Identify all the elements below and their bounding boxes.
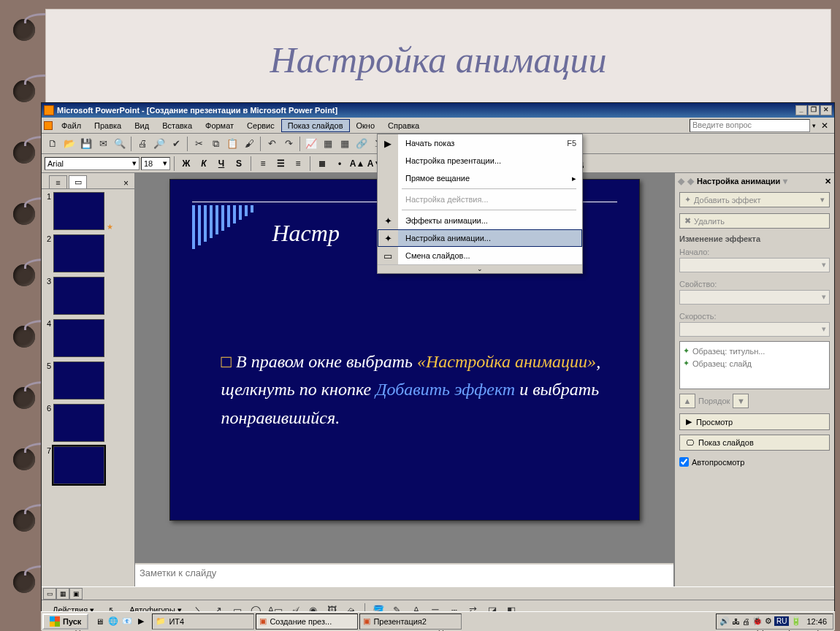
tray-icon[interactable]: 🖨 [742,617,750,626]
normal-view-icon[interactable]: ▭ [43,588,56,600]
dd-broadcast[interactable]: Прямое вещание ▸ [378,169,582,187]
tray-icon[interactable]: 🐞 [752,616,763,626]
menu-view[interactable]: Вид [128,119,156,132]
slides-pane: ≡ ▭ × 1★ 2 3 4 5 6 7 [42,173,135,586]
close-button[interactable]: ✕ [820,105,832,115]
dd-start-show[interactable]: ▶ Начать показ F5 [378,134,582,152]
task-powerpoint-1[interactable]: ▣Создание през... [256,613,358,630]
tray-icon[interactable]: 🔊 [719,616,730,626]
dd-expand[interactable]: ⌄ [378,264,582,273]
slides-tab[interactable]: ▭ [69,175,87,188]
effects-list[interactable]: ✦Образец: титульн... ✦Образец: слайд [679,341,830,389]
print-icon[interactable]: 🖨 [134,136,150,152]
menu-insert[interactable]: Вставка [156,119,199,132]
back-icon[interactable]: ◆ [678,176,684,186]
ie-icon[interactable]: 🌐 [107,615,120,628]
autopreview-checkbox[interactable] [679,457,689,467]
format-painter-icon[interactable]: 🖌 [241,136,257,152]
spellcheck-icon[interactable]: ✔ [168,136,184,152]
thumb-5[interactable]: 5 [44,362,132,399]
mail-icon[interactable]: ✉ [95,136,111,152]
add-effect-button[interactable]: ✦ Добавить эффект ▾ [679,192,830,207]
menu-window[interactable]: Окно [350,119,382,132]
dd-slide-transition[interactable]: ▭ Смена слайдов... [378,247,582,264]
italic-button[interactable]: К [196,156,212,172]
search-icon[interactable]: 🔍 [112,136,128,152]
remove-button[interactable]: ✖ Удалить [679,213,830,229]
thumb-2[interactable]: 2 [44,234,132,272]
sparkle-icon: ✦ [378,212,398,229]
cut-icon[interactable]: ✂ [191,136,207,152]
start-button[interactable]: Пуск [42,613,88,630]
hyperlink-icon[interactable]: 🔗 [354,136,370,152]
menu-help[interactable]: Справка [381,119,426,132]
outlook-icon[interactable]: 📧 [121,615,134,628]
slideshow-view-icon[interactable]: ▣ [69,588,83,600]
dd-setup-show[interactable]: Настройка презентации... [378,152,582,169]
menu-format[interactable]: Формат [199,119,240,132]
tray-icon[interactable]: 🖧 [732,617,740,626]
media-icon[interactable]: ▶ [134,615,148,628]
align-right-icon[interactable]: ≡ [290,156,306,172]
task-folder[interactable]: 📁ИТ4 [152,613,254,630]
underline-button[interactable]: Ч [213,156,229,172]
start-label: Начало: [675,245,834,258]
thumb-6[interactable]: 6 [44,404,132,442]
minimize-button[interactable]: _ [795,105,807,115]
new-icon[interactable]: 🗋 [45,136,61,152]
shadow-button[interactable]: S [231,156,247,172]
move-up-button[interactable]: ▲ [679,394,695,408]
numbering-icon[interactable]: ≣ [314,156,330,172]
menubar: Файл Правка Вид Вставка Формат Сервис По… [42,118,834,134]
font-size-combo[interactable]: 18▾ [141,157,170,170]
table-icon[interactable]: ▦ [320,136,336,152]
forward-icon[interactable]: ◆ [687,176,694,186]
dd-custom-animation[interactable]: ✦ Настройка анимации... [378,229,582,247]
increase-font-icon[interactable]: A▲ [349,156,365,172]
dd-animation-schemes[interactable]: ✦ Эффекты анимации... [378,212,582,229]
pane-close-icon[interactable]: × [118,178,134,188]
thumb-3[interactable]: 3 [44,277,132,315]
menu-edit[interactable]: Правка [88,119,128,132]
speed-select[interactable] [679,322,830,337]
menu-slideshow[interactable]: Показ слайдов [281,119,350,132]
bold-button[interactable]: Ж [178,156,194,172]
bullets-icon[interactable]: • [332,156,348,172]
thumb-1[interactable]: 1★ [44,192,132,230]
align-left-icon[interactable]: ≡ [255,156,271,172]
align-center-icon[interactable]: ☰ [272,156,289,172]
open-icon[interactable]: 📂 [61,136,77,152]
powerpoint-window: Microsoft PowerPoint - [Создание презент… [41,102,835,621]
preview-button[interactable]: ▶Просмотр [679,413,830,430]
tables-borders-icon[interactable]: ▦ [337,136,353,152]
menu-file[interactable]: Файл [55,119,88,132]
chart-icon[interactable]: 📈 [303,136,319,152]
preview-icon[interactable]: 🔎 [151,136,167,152]
thumb-4[interactable]: 4 [44,319,132,357]
redo-icon[interactable]: ↷ [280,136,297,152]
move-down-button[interactable]: ▼ [733,394,749,408]
sorter-view-icon[interactable]: ▦ [56,588,69,600]
tray-icon[interactable]: 🔋 [791,616,801,626]
menubar-close-icon[interactable]: ✕ [818,121,831,131]
paste-icon[interactable]: 📋 [224,136,240,152]
undo-icon[interactable]: ↶ [264,136,280,152]
outline-tab[interactable]: ≡ [49,175,67,188]
taskpane-close-icon[interactable]: ✕ [825,177,831,186]
font-name-combo[interactable]: Arial▾ [45,157,140,170]
copy-icon[interactable]: ⧉ [207,136,224,152]
task-powerpoint-2[interactable]: ▣Презентация2 [359,613,462,630]
clock[interactable]: 12:46 [803,617,830,626]
property-select[interactable] [679,290,830,305]
tray-icon[interactable]: ⚙ [765,616,772,626]
lang-indicator[interactable]: RU [774,616,789,626]
restore-button[interactable]: ❐ [808,105,820,115]
slideshow-button[interactable]: 🖵Показ слайдов [679,435,830,451]
ask-a-question[interactable]: Введите вопрос [690,119,810,132]
notes-pane[interactable]: Заметки к слайду [135,563,673,586]
menu-tools[interactable]: Сервис [240,119,281,132]
save-icon[interactable]: 💾 [78,136,94,152]
start-select[interactable] [679,258,830,272]
desktop-icon[interactable]: 🖥 [93,615,106,628]
thumb-7[interactable]: 7 [44,446,132,484]
